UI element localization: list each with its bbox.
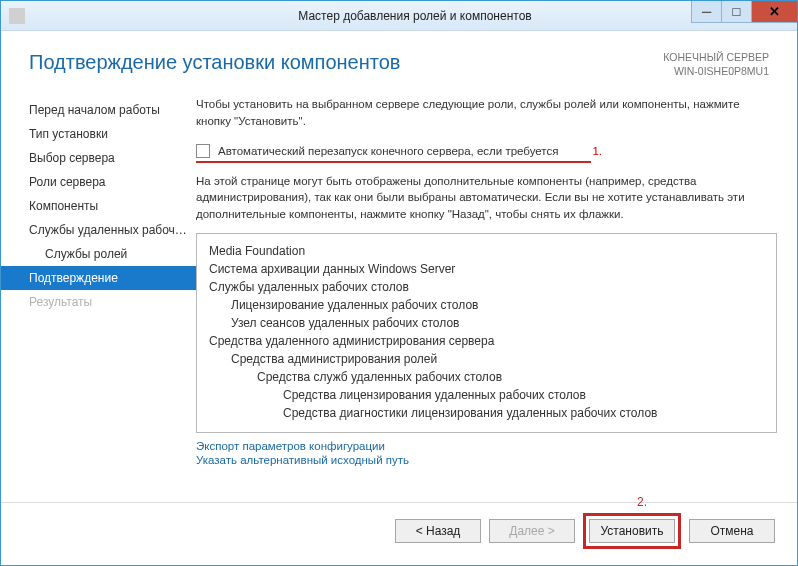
links-area: Экспорт параметров конфигурации Указать … [196,439,777,467]
sidebar-item-role-services[interactable]: Службы ролей [1,242,196,266]
wizard-window: Мастер добавления ролей и компонентов ─ … [0,0,798,566]
restart-checkbox-row: Автоматический перезапуск конечного серв… [196,144,777,158]
sidebar-item-server-selection[interactable]: Выбор сервера [1,146,196,170]
close-button[interactable]: ✕ [751,1,797,23]
window-buttons: ─ □ ✕ [691,1,797,23]
export-config-link[interactable]: Экспорт параметров конфигурации [196,439,777,453]
sidebar-item-before-you-begin[interactable]: Перед началом работы [1,98,196,122]
next-button: Далее > [489,519,575,543]
annotation-underline [196,161,591,163]
list-item: Узел сеансов удаленных рабочих столов [203,314,770,332]
maximize-button[interactable]: □ [721,1,751,23]
list-item: Media Foundation [203,242,770,260]
list-item: Средства служб удаленных рабочих столов [203,368,770,386]
window-title: Мастер добавления ролей и компонентов [33,9,797,23]
server-label: КОНЕЧНЫЙ СЕРВЕР [663,51,769,65]
sidebar-item-install-type[interactable]: Тип установки [1,122,196,146]
body: Перед началом работы Тип установки Выбор… [1,88,797,502]
restart-checkbox-label: Автоматический перезапуск конечного серв… [218,145,558,157]
footer: 2. < Назад Далее > Установить Отмена [1,502,797,565]
sidebar-item-confirmation[interactable]: Подтверждение [1,266,196,290]
server-info: КОНЕЧНЫЙ СЕРВЕР WIN-0ISHE0P8MU1 [663,51,769,78]
minimize-button[interactable]: ─ [691,1,721,23]
annotation-2: 2. [637,495,647,509]
sidebar: Перед началом работы Тип установки Выбор… [1,88,196,498]
titlebar: Мастер добавления ролей и компонентов ─ … [1,1,797,31]
intro-text: Чтобы установить на выбранном сервере сл… [196,96,777,129]
sidebar-item-server-roles[interactable]: Роли сервера [1,170,196,194]
sidebar-item-features[interactable]: Компоненты [1,194,196,218]
back-button[interactable]: < Назад [395,519,481,543]
list-item: Средства диагностики лицензирования удал… [203,404,770,422]
list-item: Средства удаленного администрирования се… [203,332,770,350]
list-item: Система архивации данных Windows Server [203,260,770,278]
list-item: Средства лицензирования удаленных рабочи… [203,386,770,404]
main-content: Чтобы установить на выбранном сервере сл… [196,88,777,498]
alt-source-path-link[interactable]: Указать альтернативный исходный путь [196,453,777,467]
header: Подтверждение установки компонентов КОНЕ… [1,31,797,88]
app-icon [9,8,25,24]
components-list[interactable]: Media Foundation Система архивации данны… [196,233,777,433]
additional-note: На этой странице могут быть отображены д… [196,173,777,223]
server-name: WIN-0ISHE0P8MU1 [663,65,769,79]
list-item: Службы удаленных рабочих столов [203,278,770,296]
restart-checkbox[interactable] [196,144,210,158]
sidebar-item-results: Результаты [1,290,196,314]
annotation-1: 1. [592,145,602,157]
cancel-button[interactable]: Отмена [689,519,775,543]
install-button[interactable]: Установить [589,519,675,543]
page-title: Подтверждение установки компонентов [29,51,400,74]
list-item: Средства администрирования ролей [203,350,770,368]
list-item: Лицензирование удаленных рабочих столов [203,296,770,314]
sidebar-item-rds[interactable]: Службы удаленных рабочих столов [1,218,196,242]
install-highlight: Установить [583,513,681,549]
